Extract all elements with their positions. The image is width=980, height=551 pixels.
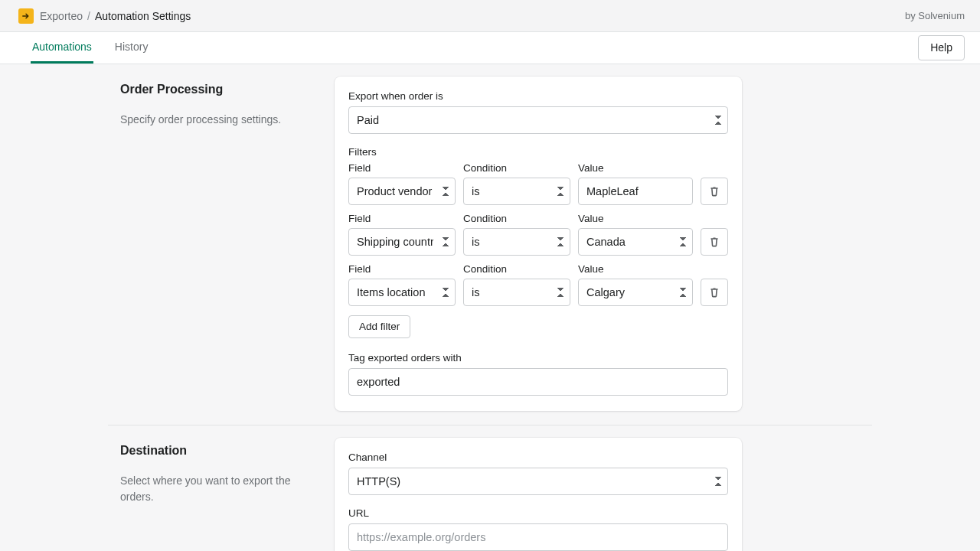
filter-field-select[interactable]: Product vendor — [348, 178, 456, 205]
filter-condition-select[interactable]: is — [463, 178, 570, 205]
section-destination: Destination Select where you want to exp… — [108, 425, 872, 551]
filter-delete-button[interactable] — [701, 228, 728, 256]
filters-label: Filters — [348, 146, 728, 158]
destination-card: Channel HTTP(S) URL Header key — [335, 438, 742, 551]
filter-delete-button[interactable] — [701, 178, 728, 205]
tab-automations[interactable]: Automations — [31, 32, 93, 64]
filter-field-label: Field — [348, 162, 456, 174]
filters-list: FieldProduct vendorConditionisValueField… — [348, 162, 728, 306]
filter-condition-select[interactable]: is — [463, 228, 570, 256]
filter-condition-label: Condition — [463, 162, 570, 174]
trash-icon — [708, 236, 720, 248]
filter-condition-label: Condition — [463, 213, 570, 224]
filter-delete-button[interactable] — [701, 279, 728, 306]
url-input[interactable] — [348, 523, 728, 551]
section-description: Specify order processing settings. — [120, 112, 298, 128]
filter-value-label: Value — [578, 162, 693, 174]
filter-field-select[interactable]: Shipping country — [348, 228, 456, 256]
url-label: URL — [348, 507, 728, 519]
filter-row: FieldProduct vendorConditionisValue — [348, 162, 728, 205]
app-logo — [18, 8, 34, 24]
filter-condition-select[interactable]: is — [463, 279, 570, 306]
order-processing-card: Export when order is Paid Filters FieldP… — [335, 77, 742, 411]
breadcrumb-page: Automation Settings — [95, 10, 191, 22]
arrow-export-icon — [21, 11, 31, 21]
breadcrumb-separator: / — [87, 10, 90, 22]
help-button[interactable]: Help — [918, 35, 965, 60]
filter-value-label: Value — [578, 263, 693, 275]
breadcrumb: Exporteo / Automation Settings — [40, 10, 191, 22]
filter-row: FieldShipping countryConditionisValueCan… — [348, 213, 728, 256]
channel-select[interactable]: HTTP(S) — [348, 468, 728, 495]
filter-field-label: Field — [348, 263, 456, 275]
filter-value-label: Value — [578, 213, 693, 224]
filter-value-select[interactable]: Canada — [578, 228, 693, 256]
filter-value-select[interactable]: Calgary — [578, 279, 693, 306]
filter-value-input[interactable] — [578, 178, 693, 205]
vendor-attribution: by Solvenium — [905, 10, 965, 21]
tab-history[interactable]: History — [113, 32, 150, 64]
trash-icon — [708, 286, 720, 298]
tabs-row: Automations History Help — [0, 32, 980, 64]
section-order-processing: Order Processing Specify order processin… — [108, 64, 872, 425]
settings-scroll[interactable]: Order Processing Specify order processin… — [0, 64, 980, 551]
section-description: Select where you want to export the orde… — [120, 473, 298, 505]
tag-exported-input[interactable] — [348, 368, 728, 396]
trash-icon — [708, 185, 720, 197]
filter-condition-label: Condition — [463, 263, 570, 275]
export-when-label: Export when order is — [348, 90, 728, 102]
add-filter-button[interactable]: Add filter — [348, 315, 410, 338]
section-title: Destination — [120, 444, 298, 458]
filter-field-label: Field — [348, 213, 456, 224]
channel-label: Channel — [348, 452, 728, 463]
breadcrumb-app[interactable]: Exporteo — [40, 10, 83, 22]
export-when-select[interactable]: Paid — [348, 106, 728, 134]
filter-row: FieldItems locationConditionisValueCalga… — [348, 263, 728, 306]
topbar: Exporteo / Automation Settings by Solven… — [0, 0, 980, 32]
filter-field-select[interactable]: Items location — [348, 279, 456, 306]
section-title: Order Processing — [120, 83, 298, 96]
tag-exported-label: Tag exported orders with — [348, 352, 728, 364]
